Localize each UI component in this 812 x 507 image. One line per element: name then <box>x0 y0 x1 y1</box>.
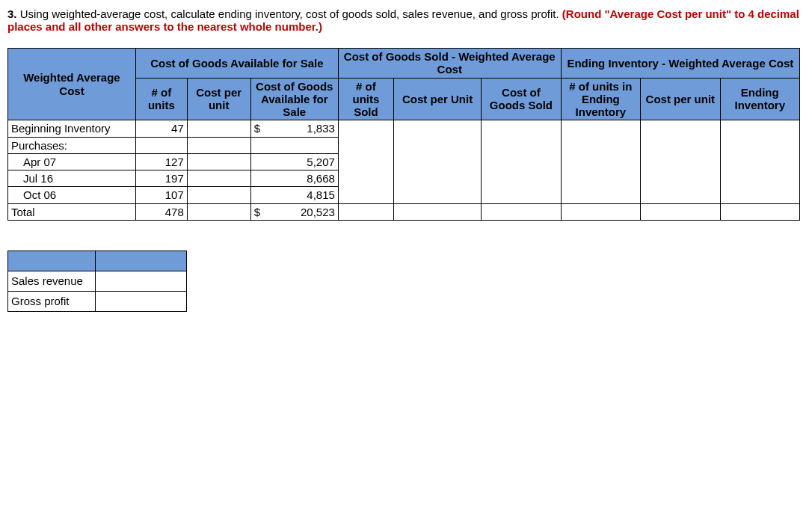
row-label-gross-profit: Gross profit <box>8 291 96 311</box>
oct06-units: 107 <box>135 187 187 203</box>
ei-cell[interactable] <box>720 120 799 203</box>
table-row: Gross profit <box>8 291 187 311</box>
total-cost-per-unit3[interactable] <box>641 203 720 220</box>
beginning-cost-per-unit[interactable] <box>187 120 250 137</box>
table-row: Sales revenue <box>8 271 187 291</box>
total-units-sold[interactable] <box>338 203 393 220</box>
question-text: 3. Using weighted-average cost, calculat… <box>7 7 805 33</box>
total-cogas: $20,523 <box>250 203 338 220</box>
sub-header-units-sold: # of units Sold <box>338 78 393 120</box>
sub-header-cost-per-unit3: Cost per unit <box>641 78 720 120</box>
sub-header-ei: Ending Inventory <box>720 78 799 120</box>
group-header-cogas: Cost of Goods Available for Sale <box>135 49 338 79</box>
row-label-sales-revenue: Sales revenue <box>8 271 96 291</box>
table-row: Total 478 $20,523 <box>8 203 800 220</box>
sub-header-units-ei: # of units in Ending Inventory <box>561 78 640 120</box>
sub-header-cogas: Cost of Goods Available for Sale <box>250 78 338 120</box>
group-header-ei: Ending Inventory - Weighted Average Cost <box>561 49 799 79</box>
cogs-cost-per-unit-cell[interactable] <box>394 120 482 203</box>
sales-gross-profit-table: Sales revenue Gross profit <box>7 251 187 312</box>
sub-header-cost-per-unit2: Cost per Unit <box>394 78 482 120</box>
total-cogs[interactable] <box>482 203 561 220</box>
apr07-cost-per-unit[interactable] <box>187 153 250 170</box>
sub-header-units: # of units <box>135 78 187 120</box>
gross-profit-input[interactable] <box>96 291 187 311</box>
sub-header-cost-per-unit: Cost per unit <box>187 78 250 120</box>
row-label-total: Total <box>8 203 136 220</box>
oct06-cost-per-unit[interactable] <box>187 187 250 203</box>
table-row: Beginning Inventory 47 $1,833 <box>8 120 800 137</box>
row-label-apr07: Apr 07 <box>8 153 136 170</box>
total-units: 478 <box>135 203 187 220</box>
apr07-cogas: 5,207 <box>250 153 338 170</box>
ei-units-cell[interactable] <box>561 120 640 203</box>
row-label-purchases: Purchases: <box>8 137 136 153</box>
question-number: 3. <box>7 7 17 20</box>
ei-cost-per-unit-cell[interactable] <box>641 120 720 203</box>
cogs-units-sold-cell[interactable] <box>338 120 393 203</box>
small-table-header-blank2 <box>96 251 187 271</box>
weighted-average-cost-table: Weighted Average Cost Cost of Goods Avai… <box>7 48 800 221</box>
jul16-cogas: 8,668 <box>250 170 338 187</box>
row-label-beginning: Beginning Inventory <box>8 120 136 137</box>
cogs-cell[interactable] <box>482 120 561 203</box>
total-cost-per-unit[interactable] <box>187 203 250 220</box>
sub-header-cogs: Cost of Goods Sold <box>482 78 561 120</box>
small-table-header-blank1 <box>8 251 96 271</box>
jul16-units: 197 <box>135 170 187 187</box>
total-ei[interactable] <box>720 203 799 220</box>
row-label-oct06: Oct 06 <box>8 187 136 203</box>
sales-revenue-input[interactable] <box>96 271 187 291</box>
oct06-cogas: 4,815 <box>250 187 338 203</box>
beginning-units: 47 <box>135 120 187 137</box>
total-units-ei[interactable] <box>561 203 640 220</box>
group-header-cogs: Cost of Goods Sold - Weighted Average Co… <box>338 49 561 79</box>
jul16-cost-per-unit[interactable] <box>187 170 250 187</box>
row-label-jul16: Jul 16 <box>8 170 136 187</box>
apr07-units: 127 <box>135 153 187 170</box>
row-heading: Weighted Average Cost <box>8 49 136 120</box>
beginning-cogas: $1,833 <box>250 120 338 137</box>
total-cost-per-unit2[interactable] <box>394 203 482 220</box>
